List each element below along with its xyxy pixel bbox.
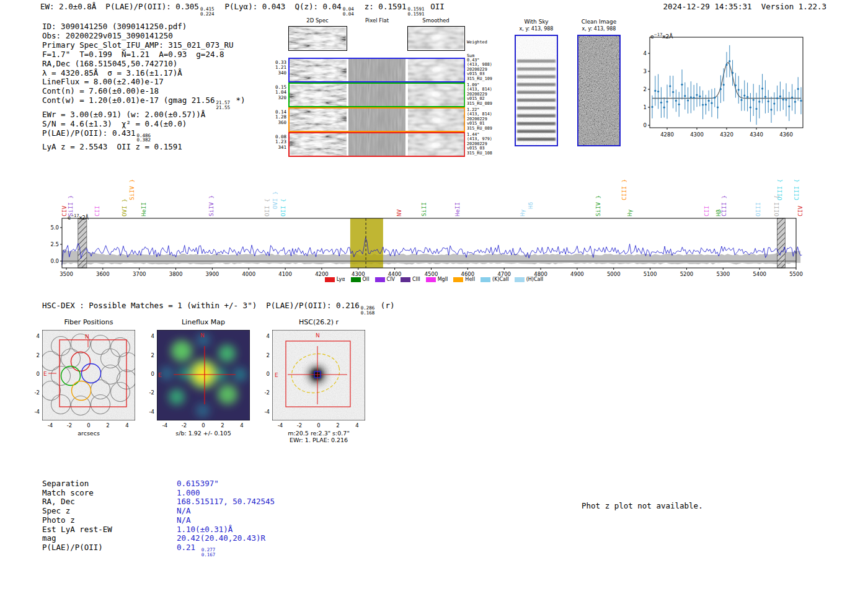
cutout-x-tick: 0 (82, 422, 95, 429)
info-line: F=1.7" T=0.199 N̄=1.21 A=0.93 g=24.8 (42, 50, 246, 60)
clean-image-coords: x, y: 413, 988 (575, 26, 623, 32)
weighted-2dspec-cell (288, 26, 347, 51)
info-line: RA,Dec (168.515045,50.742710) (42, 60, 246, 69)
spec2d-image (408, 59, 464, 81)
stacked-uncertainty: 0.15910.1591 (408, 7, 425, 17)
hsc-image-panel: N E (272, 330, 365, 420)
match-field-label: RA, Dec (42, 497, 75, 506)
svg-text:4360: 4360 (779, 131, 793, 138)
cutout-x-tick: 4 (121, 422, 133, 429)
detection-summary-header: EW: 2.0±0.8Å P(LAE)/P(OII): 0.3050.4150.… (40, 2, 445, 17)
info-line: S/N = 4.6(±1.3) χ² = 0.4(±0.0) (42, 120, 246, 129)
legend-item: (K)CaII (480, 277, 509, 282)
cutout-x-tick: -4 (44, 422, 56, 429)
info-line: Cont(n) = 7.60(±0.00)e-18 (42, 87, 246, 96)
svg-text:3900: 3900 (206, 271, 219, 277)
compass-north-icon: N (85, 334, 89, 340)
legend-item: CIII (401, 277, 420, 282)
pixelflat-cell (348, 109, 405, 131)
match-field-label: Est LyA rest-EW (42, 525, 112, 534)
timestamp-version: 2024-12-29 14:35:31 Version 1.22.3 (663, 2, 826, 12)
stacked-uncertainty: 0.2860.168 (361, 306, 375, 316)
svg-text:4000: 4000 (242, 271, 255, 277)
cutout-x-tick: -2 (293, 422, 306, 429)
cutout-x-tick: 2 (102, 422, 114, 429)
cutout-x-tick: 0 (197, 422, 210, 429)
match-field-label: mag (42, 533, 56, 543)
spec2d-cell (290, 59, 347, 81)
fit-flux-units-label: e−17x2Å (650, 32, 673, 40)
spec2d-image (290, 84, 347, 106)
stacked-uncertainty: 0.4150.224 (200, 7, 215, 17)
match-field-label: Spec z (42, 506, 70, 515)
cutout-y-tick: 0 (24, 371, 40, 377)
svg-text:3: 3 (644, 68, 647, 74)
col-header-smoothed: Smoothed (407, 17, 464, 24)
legend-item: HeII (453, 277, 475, 282)
stacked-uncertainty: 0.4860.382 (137, 133, 151, 143)
lineflux-map-title: Lineflux Map (157, 318, 250, 326)
stacked-uncertainty: 21.5721.55 (216, 100, 230, 110)
compass-east-icon: E (275, 372, 278, 378)
info-line: LineFlux = 8.00(±2.40)e-17 (42, 78, 246, 87)
pixel-flat-image (348, 133, 405, 156)
pixel-flat-image (348, 59, 405, 81)
smoothed-cell (408, 59, 464, 81)
fiber-row-weights: 0.151.04320 (270, 85, 286, 100)
svg-text:3600: 3600 (96, 271, 110, 277)
info-line: Obs: 20200229v015_3090141250 (42, 32, 246, 41)
clean-image-cutout (577, 35, 621, 146)
svg-text:5100: 5100 (644, 271, 657, 277)
pixel-flat-image (348, 84, 405, 106)
smoothed-cell (408, 133, 464, 156)
svg-text:4320: 4320 (720, 131, 733, 138)
spec2d-image (408, 109, 464, 131)
smoothed-cell (408, 109, 464, 131)
legend-swatch (426, 277, 436, 282)
cutout-y-tick: 2 (138, 352, 154, 358)
spec2d-image (408, 84, 464, 106)
cutout-y-tick: -4 (24, 409, 40, 415)
match-field-label: P(LAE)/P(OII) (42, 543, 103, 552)
fiber-positions-title: Fiber Positions (42, 318, 135, 326)
svg-text:5500: 5500 (789, 271, 803, 277)
spec2d-row (288, 58, 465, 82)
cutout-x-tick: 2 (332, 422, 344, 429)
line-fit-plot: 4280430043204340436001234 (639, 28, 812, 143)
cutout-y-tick: -2 (254, 389, 270, 396)
match-field-value: 0.21 0.2770.167 (177, 543, 216, 558)
cutout-y-tick: -4 (138, 409, 154, 415)
cutout-x-tick: 4 (236, 422, 248, 429)
svg-text:3500: 3500 (60, 271, 73, 277)
with-sky-image (516, 36, 557, 145)
col-header-2dspec: 2D Spec (289, 17, 346, 24)
cutout-x-tick: 2 (216, 422, 229, 429)
info-line: LyA z = 2.5543 OII z = 0.1591 (42, 143, 246, 152)
cutout-y-tick: 4 (254, 333, 270, 339)
hsc-xlabel-1: m:20.5 re:2.3" s:0.7" (272, 430, 365, 437)
spec2d-row (288, 82, 465, 107)
stacked-uncertainty: 0.040.04 (343, 7, 354, 17)
cutout-y-tick: 4 (138, 333, 154, 339)
cutout-x-tick: -2 (63, 422, 76, 429)
compass-east-icon: E (158, 372, 162, 378)
info-line: λ = 4320.85Å σ = 3.16(±1.17)Å (42, 69, 246, 78)
stacked-uncertainty: 0.2770.167 (202, 548, 216, 558)
spec2d-image (290, 109, 347, 131)
fiber-row-id: 1.09"(413, 814)20200229v015_02315_RU_089 (467, 83, 492, 106)
info-line: EWr = 3.00(±0.91) (w: 2.00(±0.57))Å (42, 110, 246, 120)
legend-swatch (351, 277, 361, 282)
cutout-y-tick: 2 (24, 352, 40, 358)
svg-text:3800: 3800 (169, 271, 183, 277)
legend-swatch (375, 277, 385, 282)
with-sky-title: With Sky (515, 19, 558, 25)
detection-highlight-band (350, 218, 383, 268)
with-sky-coords: x, y: 413, 988 (512, 26, 560, 32)
svg-text:5.0: 5.0 (50, 224, 59, 231)
legend-swatch (453, 277, 463, 282)
spec2d-row (288, 107, 465, 132)
masked-region (78, 218, 87, 268)
svg-text:3700: 3700 (133, 271, 146, 277)
pixelflat-cell (348, 59, 405, 81)
pixel-flat-image (348, 109, 405, 131)
